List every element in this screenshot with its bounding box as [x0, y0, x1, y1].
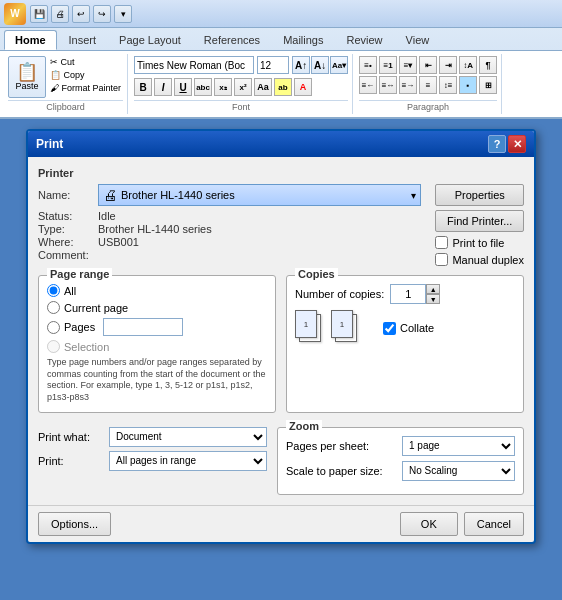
tab-references[interactable]: References: [193, 30, 271, 50]
copies-input[interactable]: [390, 284, 426, 304]
dialog-help-button[interactable]: ?: [488, 135, 506, 153]
radio-current[interactable]: Current page: [47, 301, 267, 314]
font-label: Font: [134, 100, 348, 112]
options-button[interactable]: Options...: [38, 512, 111, 536]
aa-button[interactable]: Aa▾: [330, 56, 348, 74]
dialog-close-button[interactable]: ✕: [508, 135, 526, 153]
radio-selection-row: Selection: [47, 340, 267, 353]
strikethrough-button[interactable]: abc: [194, 78, 212, 96]
font-size-select[interactable]: [257, 56, 289, 74]
paste-label: Paste: [15, 81, 38, 91]
print-to-file-checkbox[interactable]: [435, 236, 448, 249]
tab-mailings[interactable]: Mailings: [272, 30, 334, 50]
pages-stack-2: 3 1: [331, 310, 363, 346]
num-copies-label: Number of copies:: [295, 288, 384, 300]
font-group: A↑ A↓ Aa▾ B I U abc x₂ x² Aa ab A F: [130, 54, 353, 114]
where-label: Where:: [38, 236, 98, 248]
radio-all[interactable]: All: [47, 284, 267, 297]
align-right-button[interactable]: ≡→: [399, 76, 417, 94]
find-printer-button[interactable]: Find Printer...: [435, 210, 524, 232]
copies-label: Copies: [295, 268, 338, 280]
increase-indent-button[interactable]: ⇥: [439, 56, 457, 74]
decrease-indent-button[interactable]: ⇤: [419, 56, 437, 74]
collate-check[interactable]: Collate: [383, 322, 434, 335]
line-spacing-button[interactable]: ↕≡: [439, 76, 457, 94]
copies-up-button[interactable]: ▲: [426, 284, 440, 294]
pages-input[interactable]: [103, 318, 183, 336]
align-center-button[interactable]: ≡↔: [379, 76, 397, 94]
shrink-font-button[interactable]: A↓: [311, 56, 329, 74]
bullets-button[interactable]: ≡•: [359, 56, 377, 74]
pages-per-sheet-label: Pages per sheet:: [286, 440, 396, 452]
printer-right-buttons: Properties Find Printer... Print to file…: [435, 184, 524, 267]
align-left-button[interactable]: ≡←: [359, 76, 377, 94]
font-name-select[interactable]: [134, 56, 254, 74]
collate-area: 3 1 3 1 Collate: [295, 310, 515, 346]
show-hide-button[interactable]: ¶: [479, 56, 497, 74]
grow-font-button[interactable]: A↑: [292, 56, 310, 74]
paste-button[interactable]: 📋 Paste: [8, 56, 46, 98]
scale-to-select[interactable]: No Scaling: [402, 461, 515, 481]
tab-review[interactable]: Review: [335, 30, 393, 50]
print-select[interactable]: All pages in range: [109, 451, 267, 471]
shading-button[interactable]: ▪: [459, 76, 477, 94]
bold-button[interactable]: B: [134, 78, 152, 96]
pages-per-sheet-row: Pages per sheet: 1 page: [286, 436, 515, 456]
print-to-file-checkbox-row: Print to file: [435, 236, 524, 249]
tab-insert[interactable]: Insert: [58, 30, 108, 50]
radio-pages-input[interactable]: [47, 321, 60, 334]
collate-label: Collate: [400, 322, 434, 334]
footer-right-buttons: OK Cancel: [400, 512, 524, 536]
multilevel-button[interactable]: ≡▾: [399, 56, 417, 74]
printer-select-wrap: 🖨 Brother HL-1440 series ▾: [98, 184, 421, 206]
collate-checkbox[interactable]: [383, 322, 396, 335]
ok-button[interactable]: OK: [400, 512, 458, 536]
radio-pages[interactable]: Pages: [47, 318, 95, 336]
change-case-button[interactable]: Aa: [254, 78, 272, 96]
print-row: Print: All pages in range: [38, 451, 267, 471]
printer-name-row: Name: 🖨 Brother HL-1440 series ▾: [38, 184, 427, 206]
font-color-button[interactable]: A: [294, 78, 312, 96]
printer-select[interactable]: 🖨 Brother HL-1440 series ▾: [98, 184, 421, 206]
manual-duplex-checkbox[interactable]: [435, 253, 448, 266]
redo-icon[interactable]: ↪: [93, 5, 111, 23]
sort-button[interactable]: ↕A: [459, 56, 477, 74]
superscript-button[interactable]: x²: [234, 78, 252, 96]
highlight-button[interactable]: ab: [274, 78, 292, 96]
borders-button[interactable]: ⊞: [479, 76, 497, 94]
copies-down-button[interactable]: ▼: [426, 294, 440, 304]
print-what-select[interactable]: Document: [109, 427, 267, 447]
radio-current-input[interactable]: [47, 301, 60, 314]
underline-button[interactable]: U: [174, 78, 192, 96]
save-icon[interactable]: 💾: [30, 5, 48, 23]
pages-hint: Type page numbers and/or page ranges sep…: [47, 357, 267, 404]
print-what-section: Print what: Document Print: All pages in…: [38, 427, 267, 495]
tab-home[interactable]: Home: [4, 30, 57, 50]
paragraph-row1: ≡• ≡1 ≡▾ ⇤ ⇥ ↕A ¶: [359, 56, 497, 74]
dropdown-icon[interactable]: ▾: [114, 5, 132, 23]
tab-view[interactable]: View: [395, 30, 441, 50]
ribbon-tabs: Home Insert Page Layout References Maili…: [0, 28, 562, 50]
status-label: Status:: [38, 210, 98, 222]
italic-button[interactable]: I: [154, 78, 172, 96]
copies-spinner: ▲ ▼: [426, 284, 440, 304]
numbering-button[interactable]: ≡1: [379, 56, 397, 74]
app-logo: W: [4, 3, 26, 25]
justify-button[interactable]: ≡: [419, 76, 437, 94]
paragraph-row2: ≡← ≡↔ ≡→ ≡ ↕≡ ▪ ⊞: [359, 76, 497, 94]
tab-page-layout[interactable]: Page Layout: [108, 30, 192, 50]
page-icon-front2: 1: [331, 310, 353, 338]
type-label: Type:: [38, 223, 98, 235]
radio-all-input[interactable]: [47, 284, 60, 297]
print-icon[interactable]: 🖨: [51, 5, 69, 23]
page-range-section: Page range All Current page: [38, 275, 276, 413]
cancel-button[interactable]: Cancel: [464, 512, 524, 536]
properties-button[interactable]: Properties: [435, 184, 524, 206]
undo-icon[interactable]: ↩: [72, 5, 90, 23]
copy-button[interactable]: 📋 Copy: [48, 69, 123, 81]
format-painter-button[interactable]: 🖌 Format Painter: [48, 82, 123, 94]
subscript-button[interactable]: x₂: [214, 78, 232, 96]
pages-per-sheet-select[interactable]: 1 page: [402, 436, 515, 456]
cut-button[interactable]: ✂ Cut: [48, 56, 123, 68]
font-row2: B I U abc x₂ x² Aa ab A: [134, 78, 312, 96]
